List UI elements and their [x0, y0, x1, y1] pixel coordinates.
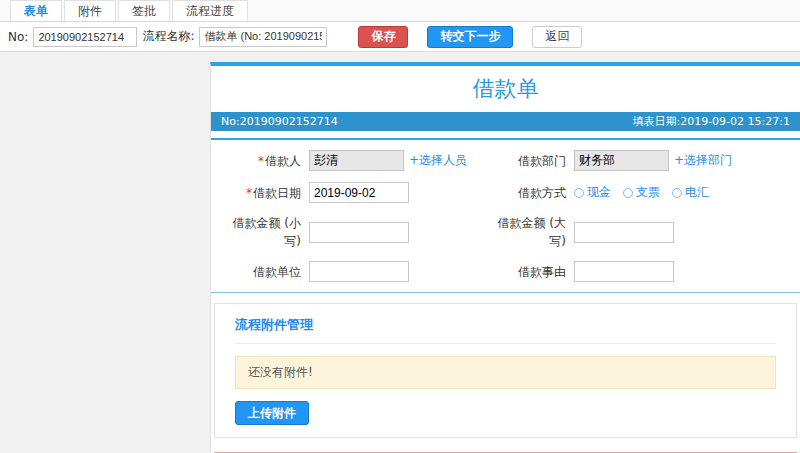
- attachments-section: 流程附件管理 还没有附件! 上传附件: [214, 303, 797, 438]
- select-person-link[interactable]: +选择人员: [409, 152, 467, 169]
- radio-cash[interactable]: 现金: [574, 184, 611, 201]
- back-button[interactable]: 返回: [532, 26, 582, 48]
- page-title: 借款单: [211, 66, 800, 112]
- radio-cash-label: 现金: [587, 184, 611, 201]
- radio-icon: [574, 188, 584, 198]
- loan-date-input[interactable]: [309, 182, 409, 203]
- loan-method-options: 现金 支票 电汇: [574, 184, 790, 201]
- process-name-label: 流程名称:: [142, 28, 194, 45]
- radio-check-label: 支票: [636, 184, 660, 201]
- amount-big-label: 借款金额 (大写): [486, 214, 574, 250]
- save-button[interactable]: 保存: [358, 26, 408, 48]
- loan-unit-input[interactable]: [309, 261, 409, 282]
- next-step-button[interactable]: 转交下一步: [427, 26, 513, 48]
- amount-big-input[interactable]: [574, 222, 674, 243]
- process-no-input[interactable]: [33, 27, 137, 47]
- content-area: 借款单 No:20190902152714 填表日期:2019-09-02 15…: [0, 52, 800, 453]
- amount-big-field: [574, 222, 790, 243]
- amount-small-input[interactable]: [309, 222, 409, 243]
- borrower-label-text: 借款人: [265, 154, 301, 168]
- loan-form: *借款人 +选择人员 借款部门 +选择部门 *借款日期 借款: [211, 138, 800, 293]
- loan-form-panel: 借款单 No:20190902152714 填表日期:2019-09-02 15…: [210, 62, 800, 453]
- required-mark: *: [258, 154, 264, 168]
- department-label: 借款部门: [486, 152, 574, 170]
- loan-unit-field: [309, 261, 486, 282]
- loan-date-field: [309, 182, 486, 203]
- tab-form[interactable]: 表单: [10, 0, 62, 21]
- amount-small-label: 借款金额 (小写): [221, 214, 309, 250]
- toolbar: No: 流程名称: 保存 转交下一步 返回: [0, 22, 800, 52]
- borrower-label: *借款人: [221, 152, 309, 170]
- tab-attachments[interactable]: 附件: [64, 0, 116, 21]
- radio-icon: [623, 188, 633, 198]
- fill-date: 填表日期:2019-09-02 15:27:1: [632, 112, 790, 131]
- process-name-input[interactable]: [199, 27, 327, 47]
- borrower-field: +选择人员: [309, 150, 486, 171]
- loan-date-label-text: 借款日期: [253, 186, 301, 200]
- department-field: +选择部门: [574, 150, 790, 171]
- loan-date-label: *借款日期: [221, 184, 309, 202]
- document-info-bar: No:20190902152714 填表日期:2019-09-02 15:27:…: [211, 112, 800, 131]
- upload-attachment-button[interactable]: 上传附件: [235, 401, 309, 425]
- department-input[interactable]: [574, 150, 669, 171]
- loan-method-label: 借款方式: [486, 184, 574, 202]
- required-mark: *: [246, 186, 252, 200]
- tab-approval[interactable]: 签批: [118, 0, 170, 21]
- select-department-link[interactable]: +选择部门: [674, 152, 732, 169]
- attachments-title: 流程附件管理: [235, 316, 776, 344]
- attachments-empty-message: 还没有附件!: [235, 356, 776, 389]
- radio-wire-label: 电汇: [685, 184, 709, 201]
- amount-small-field: [309, 222, 486, 243]
- loan-reason-input[interactable]: [574, 261, 674, 282]
- loan-reason-label: 借款事由: [486, 263, 574, 281]
- borrower-input[interactable]: [309, 150, 404, 171]
- radio-icon: [672, 188, 682, 198]
- tab-progress[interactable]: 流程进度: [172, 0, 248, 21]
- loan-unit-label: 借款单位: [221, 263, 309, 281]
- radio-check[interactable]: 支票: [623, 184, 660, 201]
- process-no-label: No:: [8, 30, 28, 44]
- document-no: No:20190902152714: [221, 112, 338, 131]
- header-tabs: 表单 附件 签批 流程进度: [0, 0, 800, 22]
- radio-wire[interactable]: 电汇: [672, 184, 709, 201]
- loan-reason-field: [574, 261, 790, 282]
